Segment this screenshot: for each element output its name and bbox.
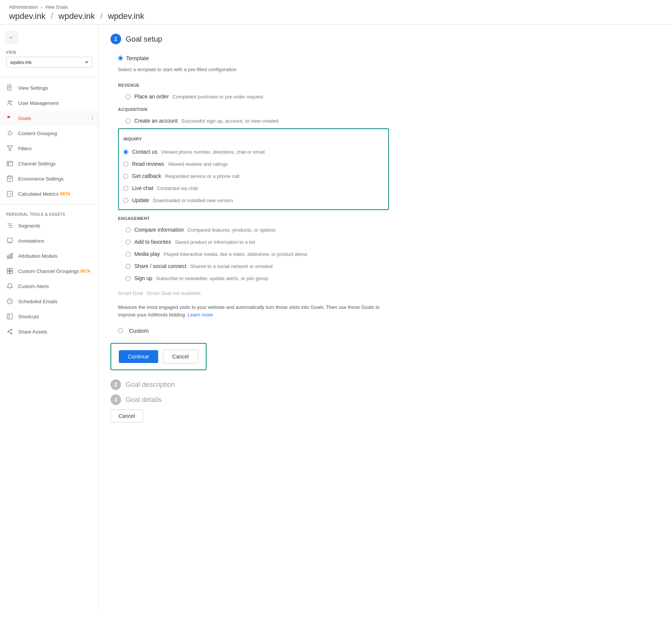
sidebar-item-scheduled-emails[interactable]: Scheduled Emails xyxy=(0,294,98,309)
users-icon xyxy=(6,99,14,107)
sidebar-item-user-management[interactable]: User Management xyxy=(0,95,98,111)
svg-rect-24 xyxy=(11,253,12,259)
read-reviews-radio[interactable] xyxy=(123,162,128,167)
view-select[interactable]: wpdev.ink xyxy=(6,57,92,68)
contact-us-radio[interactable] xyxy=(123,150,128,154)
sidebar-item-label: Annotations xyxy=(18,238,44,244)
place-order-radio[interactable] xyxy=(126,94,131,99)
template-radio[interactable] xyxy=(118,56,123,61)
read-reviews-label: Read reviews xyxy=(132,161,164,167)
custom-label[interactable]: Custom xyxy=(129,327,149,334)
page-title-part1: wpdev.ink xyxy=(9,11,45,21)
add-favorites-radio[interactable] xyxy=(126,240,131,245)
smart-goal-label: Smart Goal xyxy=(118,290,143,296)
sidebar-item-label: Segments xyxy=(18,223,40,229)
goal-option-live-chat[interactable]: Live chat Contacted via chat xyxy=(123,182,384,194)
view-select-wrap: wpdev.ink xyxy=(0,57,98,74)
breadcrumb-parent: Administration xyxy=(9,5,38,10)
sidebar-item-annotations[interactable]: Annotations xyxy=(0,233,98,248)
channel-grid-icon xyxy=(6,267,14,275)
sidebar-item-attribution-models[interactable]: Attribution Models xyxy=(0,248,98,263)
bottom-cancel: Cancel xyxy=(110,410,389,422)
sidebar-item-share-assets[interactable]: Share Assets xyxy=(0,324,98,339)
step1-header: 1 Goal setup xyxy=(110,34,389,44)
continue-button[interactable]: Continue xyxy=(119,350,158,363)
media-play-label: Media play xyxy=(134,251,160,257)
goal-option-create-account[interactable]: Create an account Successful sign up, ac… xyxy=(110,115,389,127)
action-row: Continue Cancel xyxy=(110,343,207,370)
page-title-part3: wpdev.ink xyxy=(108,11,144,21)
sidebar-item-segments[interactable]: Segments xyxy=(0,218,98,233)
goal-option-contact-us[interactable]: Contact us Viewed phone number, directio… xyxy=(123,146,384,158)
cancel-button[interactable]: Cancel xyxy=(163,350,198,363)
custom-option[interactable]: Custom xyxy=(110,324,389,337)
goal-option-sign-up[interactable]: Sign up Subscribe to newsletter, update … xyxy=(110,272,389,284)
sidebar-divider-1 xyxy=(0,77,98,77)
annotations-icon xyxy=(6,237,14,245)
view-label: VIEW xyxy=(0,50,98,55)
cart-icon xyxy=(6,175,14,182)
sidebar-item-channel-settings[interactable]: Channel Settings xyxy=(0,156,98,171)
goal-option-update[interactable]: Update Downloaded or installed new versi… xyxy=(123,194,384,206)
content-icon xyxy=(6,129,14,137)
page-title: wpdev.ink / wpdev.ink / wpdev.ink xyxy=(9,11,663,21)
template-option[interactable]: Template xyxy=(110,52,389,64)
place-order-desc: Completed purchase or pre-order request xyxy=(173,94,263,100)
sign-up-radio[interactable] xyxy=(126,276,131,281)
revenue-category-label: REVENUE xyxy=(110,78,389,90)
goal-option-add-favorites[interactable]: Add to favorites Saved product or inform… xyxy=(110,236,389,248)
sidebar-item-custom-alerts[interactable]: Custom Alerts xyxy=(0,279,98,294)
sidebar-divider-2 xyxy=(0,204,98,205)
goal-option-get-callback[interactable]: Get callback Requested service or a phon… xyxy=(123,170,384,182)
svg-rect-10 xyxy=(7,161,13,166)
goal-option-compare-info[interactable]: Compare information Compared features, p… xyxy=(110,224,389,236)
live-chat-desc: Contacted via chat xyxy=(157,185,198,191)
compare-info-radio[interactable] xyxy=(126,227,131,232)
smart-goal-info-text: Measure the most engaged visits to your … xyxy=(118,304,380,318)
get-callback-radio[interactable] xyxy=(123,174,128,179)
sidebar-item-shortcuts[interactable]: Shortcuts xyxy=(0,309,98,324)
svg-text:Dd: Dd xyxy=(9,193,11,195)
sidebar-item-label: Custom Alerts xyxy=(18,284,49,289)
create-account-radio[interactable] xyxy=(126,118,131,123)
sidebar-item-content-grouping[interactable]: Content Grouping xyxy=(0,126,98,141)
svg-point-33 xyxy=(8,331,9,332)
breadcrumb-sep: › xyxy=(40,5,43,10)
share-social-label: Share / social connect xyxy=(134,263,187,269)
template-label[interactable]: Template xyxy=(126,55,149,61)
sign-up-desc: Subscribe to newsletter, update alerts, … xyxy=(156,276,268,281)
sidebar-item-goals[interactable]: Goals xyxy=(0,111,98,126)
goal-option-read-reviews[interactable]: Read reviews Viewed reviews and ratings xyxy=(123,158,384,170)
goal-option-place-order[interactable]: Place an order Completed purchase or pre… xyxy=(110,90,389,103)
share-social-radio[interactable] xyxy=(126,264,131,269)
custom-radio[interactable] xyxy=(118,328,123,333)
back-button[interactable]: ← xyxy=(5,31,18,44)
update-radio[interactable] xyxy=(123,198,128,203)
create-account-desc: Successful sign up, account, or view cre… xyxy=(181,118,278,124)
main-content: 1 Goal setup Template Select a template … xyxy=(98,25,401,611)
sidebar-item-custom-channel-groupings[interactable]: Custom Channel Groupings BETA xyxy=(0,263,98,279)
template-subtitle: Select a template to start with a pre-fi… xyxy=(118,67,389,72)
svg-point-6 xyxy=(8,132,12,135)
page-title-part2: wpdev.ink xyxy=(59,11,95,21)
bottom-cancel-button[interactable]: Cancel xyxy=(110,410,143,422)
goal-option-media-play[interactable]: Media play Played interactive media, lik… xyxy=(110,248,389,260)
read-reviews-desc: Viewed reviews and ratings xyxy=(168,161,228,167)
svg-rect-27 xyxy=(7,271,9,274)
sidebar-item-ecommerce-settings[interactable]: Ecommerce Settings xyxy=(0,171,98,186)
get-callback-desc: Requested service or a phone call xyxy=(165,173,240,179)
learn-more-link[interactable]: Learn more xyxy=(188,312,213,318)
media-play-radio[interactable] xyxy=(126,252,131,257)
page-title-sep2: / xyxy=(100,11,105,21)
breadcrumb: Administration › View Goals xyxy=(9,5,663,10)
sidebar-item-calculated-metrics[interactable]: Dd Calculated Metrics BETA xyxy=(0,186,98,201)
share-social-desc: Shared to a social network or emailed xyxy=(190,263,273,269)
svg-rect-25 xyxy=(7,268,9,271)
sidebar-item-filters[interactable]: Filters xyxy=(0,141,98,156)
svg-line-36 xyxy=(9,332,11,333)
live-chat-label: Live chat xyxy=(132,185,153,191)
goal-option-share-social[interactable]: Share / social connect Shared to a socia… xyxy=(110,260,389,272)
live-chat-radio[interactable] xyxy=(123,186,128,191)
svg-rect-21 xyxy=(7,238,12,242)
sidebar-item-view-settings[interactable]: View Settings xyxy=(0,80,98,95)
